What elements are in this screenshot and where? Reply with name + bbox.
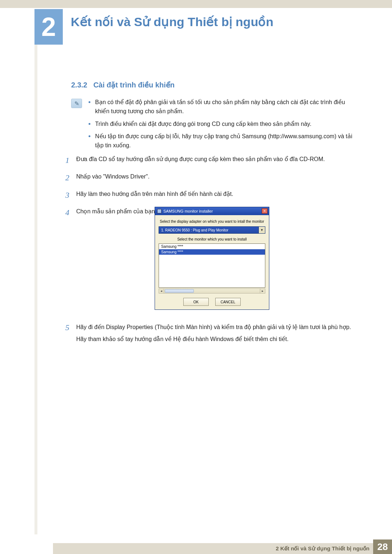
info-item: Bạn có thể đặt độ phân giải và tần số tố…: [89, 98, 356, 116]
dialog-body: Select the display adapter on which you …: [155, 215, 269, 309]
step-number: 4: [65, 206, 76, 219]
step-text: Đưa đĩa CD sổ tay hướng dẫn sử dụng được…: [76, 154, 356, 167]
step-text-line: Hãy đi đến Display Properties (Thuộc tín…: [76, 324, 356, 331]
chapter-number: 2: [41, 12, 56, 42]
monitor-prompt: Select the monitor which you want to ins…: [159, 237, 265, 241]
step-text: Hãy làm theo hướng dẫn trên màn hình để …: [76, 189, 356, 201]
section-heading: 2.3.2 Cài đặt trình điều khiển: [71, 81, 175, 89]
section-number: 2.3.2: [71, 81, 87, 89]
adapter-select[interactable]: 1. RADEON 9550 : Plug and Play Monitor ▼: [159, 226, 265, 234]
chevron-down-icon[interactable]: ▼: [258, 227, 265, 233]
step-text: Hãy đi đến Display Properties (Thuộc tín…: [76, 323, 356, 348]
top-band: [0, 0, 392, 8]
installer-dialog: SAMSUNG monitor installer × Select the d…: [155, 207, 269, 310]
left-accent-bar: [34, 45, 37, 534]
monitor-listbox[interactable]: Samsung **** Samsung ****: [159, 243, 265, 288]
footer-chapter-label: 2 Kết nối và Sử dụng Thiết bị nguồn: [276, 545, 369, 552]
adapter-prompt: Select the display adapter on which you …: [159, 219, 265, 223]
footer-bar: 2 Kết nối và Sử dụng Thiết bị nguồn 28: [34, 539, 392, 554]
cancel-button[interactable]: CANCEL: [215, 298, 241, 306]
app-icon: [157, 209, 162, 213]
list-item[interactable]: Samsung ****: [159, 244, 265, 249]
dialog-titlebar[interactable]: SAMSUNG monitor installer ×: [155, 207, 269, 215]
step-number: 2: [65, 172, 76, 184]
page: 2 Kết nối và Sử dụng Thiết bị nguồn 2.3.…: [0, 0, 392, 554]
info-item: Nếu tập tin được cung cấp bị lỗi, hãy tr…: [89, 132, 356, 150]
chapter-number-box: 2: [34, 9, 63, 45]
info-block: ✎ Bạn có thể đặt độ phân giải và tần số …: [71, 98, 356, 154]
step-row: 5 Hãy đi đến Display Properties (Thuộc t…: [65, 323, 356, 348]
info-item: Trình điều khiển cài đặt được đóng gói t…: [89, 120, 356, 129]
scroll-thumb[interactable]: [165, 289, 194, 293]
step-number: 1: [65, 154, 76, 167]
adapter-select-value: 1. RADEON 9550 : Plug and Play Monitor: [161, 228, 228, 232]
step-text: Nhấp vào "Windows Driver".: [76, 172, 356, 184]
list-item[interactable]: Samsung ****: [159, 249, 265, 255]
dialog-buttons: OK CANCEL: [159, 298, 265, 306]
step-row: 2 Nhấp vào "Windows Driver".: [65, 172, 356, 184]
step-row: 1 Đưa đĩa CD sổ tay hướng dẫn sử dụng đư…: [65, 154, 356, 167]
dialog-title-text: SAMSUNG monitor installer: [163, 209, 213, 213]
close-icon[interactable]: ×: [262, 208, 268, 214]
chapter-title: Kết nối và Sử dụng Thiết bị nguồn: [71, 15, 273, 29]
step-number: 3: [65, 189, 76, 201]
footer-page-box: 28: [373, 539, 392, 554]
section-title: Cài đặt trình điều khiển: [93, 81, 175, 89]
scroll-right-icon[interactable]: ►: [260, 289, 265, 293]
step-number: 5: [65, 323, 76, 348]
scroll-left-icon[interactable]: ◄: [159, 289, 164, 293]
footer-page-number: 28: [377, 541, 388, 553]
dialog-window: SAMSUNG monitor installer × Select the d…: [155, 207, 269, 310]
footer: 2 Kết nối và Sử dụng Thiết bị nguồn 28: [0, 537, 392, 554]
info-list: Bạn có thể đặt độ phân giải và tần số tố…: [89, 98, 356, 150]
ok-button[interactable]: OK: [183, 298, 209, 306]
horizontal-scrollbar[interactable]: ◄ ►: [159, 288, 265, 294]
step-text-line: Hãy tham khảo sổ tay hướng dẫn về Hệ điề…: [76, 336, 356, 342]
step-row: 3 Hãy làm theo hướng dẫn trên màn hình đ…: [65, 189, 356, 201]
note-icon: ✎: [71, 99, 82, 108]
